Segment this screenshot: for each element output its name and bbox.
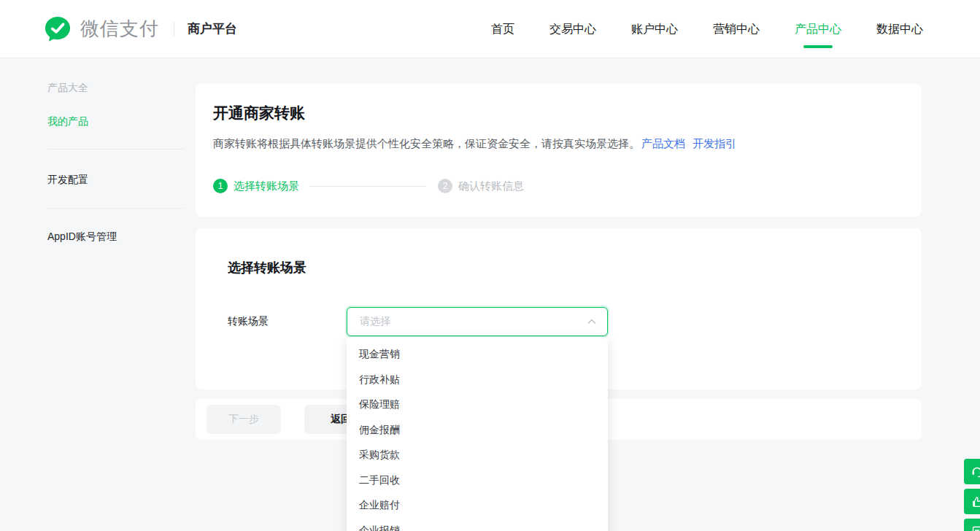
- stepper: 1 选择转账场景 2 确认转账信息: [213, 179, 892, 193]
- feedback-icon: [971, 495, 980, 508]
- nav-item-transactions[interactable]: 交易中心: [549, 0, 596, 58]
- option-reimbursement[interactable]: 企业报销: [347, 518, 608, 531]
- transfer-scene-dropdown: 现金营销 行政补贴 保险理赔 佣金报酬 采购货款 二手回收 企业赔付 企业报销: [347, 337, 608, 531]
- next-step-button[interactable]: 下一步: [207, 405, 281, 434]
- intro-card: 开通商家转账 商家转账将根据具体转账场景提供个性化安全策略，保证资金安全，请按真…: [196, 84, 922, 217]
- option-cash-marketing[interactable]: 现金营销: [347, 341, 608, 367]
- portal-name: 商户平台: [188, 20, 237, 37]
- sidebar-item-dev-config[interactable]: 开发配置: [47, 174, 88, 185]
- page-description-text: 商家转账将根据具体转账场景提供个性化安全策略，保证资金安全，请按真实场景选择。: [213, 137, 640, 150]
- product-doc-link[interactable]: 产品文档: [641, 137, 685, 150]
- option-admin-subsidy[interactable]: 行政补贴: [347, 367, 608, 392]
- nav-item-data[interactable]: 数据中心: [876, 0, 923, 58]
- step-2-circle: 2: [438, 179, 452, 193]
- feedback-button[interactable]: [964, 489, 980, 514]
- wechat-pay-logo[interactable]: 微信支付 商户平台: [44, 15, 237, 43]
- step-1-circle: 1: [213, 179, 228, 193]
- select-placeholder: 请选择: [360, 315, 587, 328]
- wechat-pay-bubble-icon: [44, 15, 72, 43]
- option-commission[interactable]: 佣金报酬: [347, 417, 608, 443]
- sidebar-divider: [47, 208, 184, 209]
- survey-button[interactable]: [964, 519, 980, 531]
- option-secondhand[interactable]: 二手回收: [347, 468, 608, 493]
- sidebar-item-all-products[interactable]: 产品大全: [47, 82, 88, 93]
- survey-icon: [971, 525, 980, 531]
- floating-toolbar: [964, 459, 980, 531]
- top-navigation: 首页 交易中心 账户中心 营销中心 产品中心 数据中心: [491, 0, 923, 58]
- logo-divider: [174, 22, 174, 36]
- customer-service-icon: [971, 465, 980, 478]
- nav-item-account[interactable]: 账户中心: [631, 0, 678, 58]
- page-title: 开通商家转账: [213, 102, 892, 124]
- sidebar: 产品大全 我的产品 开发配置 AppID账号管理: [0, 58, 196, 531]
- step-2-label: 确认转账信息: [458, 179, 524, 193]
- sidebar-divider: [47, 149, 184, 150]
- page-description: 商家转账将根据具体转账场景提供个性化安全策略，保证资金安全，请按真实场景选择。产…: [213, 136, 892, 151]
- step-connector: [309, 186, 426, 187]
- chevron-up-icon: [587, 317, 597, 327]
- nav-item-products[interactable]: 产品中心: [795, 0, 841, 58]
- option-compensation[interactable]: 企业赔付: [347, 492, 608, 518]
- transfer-scene-label: 转账场景: [228, 315, 269, 328]
- option-procurement[interactable]: 采购货款: [347, 442, 608, 468]
- nav-item-home[interactable]: 首页: [491, 0, 514, 58]
- sidebar-item-appid-manage[interactable]: AppID账号管理: [47, 230, 117, 242]
- section-title: 选择转账场景: [228, 259, 306, 276]
- step-1-label: 选择转账场景: [234, 179, 299, 193]
- customer-service-button[interactable]: [964, 459, 980, 484]
- dev-guide-link[interactable]: 开发指引: [692, 137, 736, 150]
- sidebar-item-my-products[interactable]: 我的产品: [47, 115, 88, 127]
- header: 微信支付 商户平台 首页 交易中心 账户中心 营销中心 产品中心 数据中心: [0, 0, 980, 58]
- option-insurance-claim[interactable]: 保险理赔: [347, 392, 608, 417]
- brand-name: 微信支付: [80, 16, 159, 42]
- transfer-scene-select[interactable]: 请选择: [347, 307, 608, 336]
- nav-item-marketing[interactable]: 营销中心: [713, 0, 760, 58]
